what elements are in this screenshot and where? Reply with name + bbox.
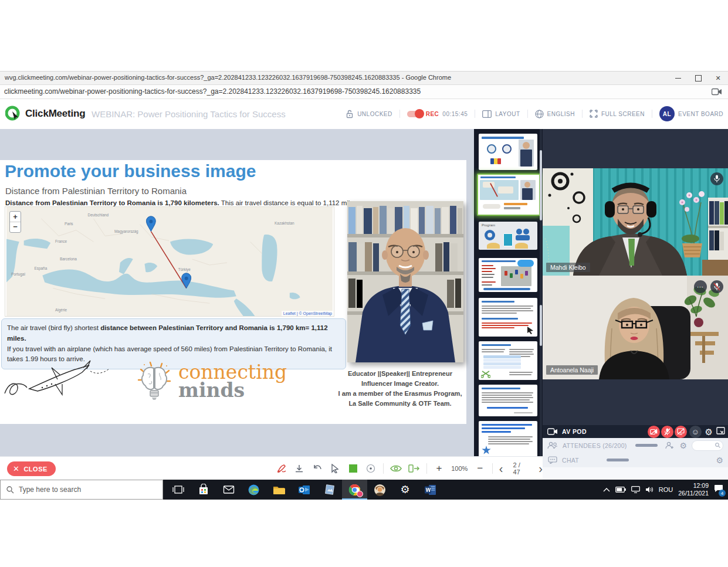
zoom-out-button[interactable]: − xyxy=(474,462,485,475)
leaflet-map[interactable]: Paris France Deutschland Magyarország Es… xyxy=(5,206,334,317)
windows-taskbar: Type here to search ⚙ xyxy=(0,480,728,500)
attendees-icon xyxy=(547,442,558,449)
search-placeholder: Type here to search xyxy=(19,485,81,494)
speaker1-mic-button[interactable] xyxy=(710,172,723,185)
minimize-button[interactable] xyxy=(668,72,688,84)
map-label: Algérie xyxy=(55,308,67,313)
travel-info-line1: The air travel (bird fly) shortest dista… xyxy=(7,323,340,344)
chat-pod-row[interactable]: CHAT ⚙ xyxy=(543,453,728,467)
notification-count: 4 xyxy=(719,490,726,497)
chat-settings-button[interactable]: ⚙ xyxy=(716,456,723,464)
action-center-button[interactable]: 4 xyxy=(714,484,723,495)
profile-app-button[interactable] xyxy=(367,480,392,500)
edge-icon xyxy=(248,484,260,496)
display-icon[interactable] xyxy=(631,486,640,493)
add-attendee-icon[interactable] xyxy=(665,442,675,449)
slide-thumbnail-1[interactable] xyxy=(479,134,537,170)
mail-button[interactable] xyxy=(216,480,241,500)
clickmeeting-logo[interactable]: ClickMeeting xyxy=(5,106,85,122)
chat-collapse-toggle[interactable] xyxy=(607,459,629,461)
attendees-collapse-toggle[interactable] xyxy=(635,444,658,447)
color-swatch-button[interactable] xyxy=(347,462,358,475)
speaker2-more-button[interactable]: ⋯ xyxy=(694,280,707,293)
attendees-search-input[interactable] xyxy=(692,440,723,451)
visibility-button[interactable] xyxy=(390,462,402,475)
unlocked-padlock-icon xyxy=(346,110,354,118)
word-button[interactable] xyxy=(418,480,443,500)
zoom-in-button[interactable]: + xyxy=(434,462,445,475)
outlook-button[interactable] xyxy=(292,480,317,500)
slide-thumbnail-7[interactable] xyxy=(479,385,537,416)
store-icon xyxy=(198,484,209,495)
url-bar[interactable]: clickmeeting.com/webinar-power-positioni… xyxy=(0,85,728,99)
pointer-tool-button[interactable] xyxy=(329,462,340,475)
map-zoom-out-button[interactable]: − xyxy=(10,222,21,232)
window-title: wvg.clickmeeting.com/webinar-power-posit… xyxy=(5,74,451,81)
volume-icon[interactable] xyxy=(645,486,653,493)
mic-muted-icon xyxy=(713,283,720,291)
slide-out-button[interactable] xyxy=(408,462,420,475)
outlook-icon xyxy=(298,484,310,495)
taskbar-search[interactable]: Type here to search xyxy=(0,480,163,500)
page-indicator: 2 / 47 xyxy=(513,461,529,476)
close-window-button[interactable]: ✕ xyxy=(708,72,728,84)
event-board-button[interactable]: AL EVENT BOARD xyxy=(659,106,723,121)
task-view-button[interactable] xyxy=(165,480,191,500)
settings-button[interactable]: ⚙ xyxy=(392,480,418,500)
layout-button[interactable]: LAYOUT xyxy=(482,110,520,118)
download-button[interactable] xyxy=(293,462,304,475)
emoji-status-button[interactable]: ☺ xyxy=(689,426,702,438)
slide-thumbnail-5[interactable] xyxy=(479,298,537,337)
video-feed-speaker2[interactable]: Antoanela Naaji ⋯ xyxy=(543,276,728,379)
map-attribution[interactable]: Leaflet | © OpenStreetMap xyxy=(282,311,334,316)
attendees-settings-button[interactable]: ⚙ xyxy=(679,442,687,450)
video-feed-speaker1[interactable]: Mahdi Kleibo xyxy=(543,168,728,276)
file-explorer-button[interactable] xyxy=(266,480,292,500)
thumbnails-scrollbar[interactable] xyxy=(540,129,542,456)
connecting-minds-logo: connecting minds xyxy=(136,360,287,403)
microsoft-store-button[interactable] xyxy=(191,480,216,500)
slide-title: Promote your business image xyxy=(5,161,256,181)
undo-button[interactable] xyxy=(311,462,323,475)
previous-slide-button[interactable]: ‹ xyxy=(499,463,503,474)
slide-thumbnail-3[interactable]: Program xyxy=(479,222,537,250)
laser-pointer-button[interactable] xyxy=(365,462,376,475)
file-explorer-icon xyxy=(273,485,285,495)
tray-chevron-icon[interactable] xyxy=(603,488,610,492)
attendees-pod-row[interactable]: ATTENDEES (26/200) ⚙ xyxy=(543,438,728,453)
screenshot: wvg.clickmeeting.com/webinar-power-posit… xyxy=(0,0,728,567)
draw-tool-button[interactable] xyxy=(276,462,287,475)
slide-thumbnail-8[interactable] xyxy=(479,421,537,456)
edge-button[interactable] xyxy=(241,480,266,500)
photos-button[interactable] xyxy=(317,480,342,500)
next-slide-button[interactable]: › xyxy=(539,463,543,474)
rec-toggle[interactable] xyxy=(407,111,422,117)
pop-out-icon xyxy=(716,427,725,434)
battery-icon[interactable] xyxy=(615,487,626,493)
more-options-icon: ⋯ xyxy=(697,284,704,290)
fullscreen-button[interactable]: FULL SCREEN xyxy=(590,110,645,118)
mic-off-button[interactable] xyxy=(661,426,673,438)
chat-label: CHAT xyxy=(562,457,579,464)
av-pod-settings-button[interactable]: ⚙ xyxy=(705,427,713,436)
input-language[interactable]: ROU xyxy=(659,486,673,493)
pop-out-pod-button[interactable] xyxy=(716,426,725,437)
close-button[interactable]: ✕ CLOSE xyxy=(7,461,56,476)
screen-share-off-button[interactable] xyxy=(675,426,687,438)
speaker2-mic-muted-button[interactable] xyxy=(710,280,723,293)
slide-thumbnail-6[interactable] xyxy=(479,341,537,380)
maximize-button[interactable] xyxy=(688,72,708,84)
slide-thumbnail-2-active[interactable] xyxy=(477,174,540,216)
map-zoom-in-button[interactable]: + xyxy=(10,212,21,222)
presentation-toolbar: ✕ CLOSE xyxy=(0,456,543,480)
clickmeeting-header: ClickMeeting WEBINAR: Power Positioning … xyxy=(0,99,728,129)
lock-status-button[interactable]: UNLOCKED xyxy=(346,110,392,118)
chrome-button-active[interactable] xyxy=(342,480,367,500)
recording-control[interactable]: REC 00:15:45 xyxy=(407,111,468,117)
slide-thumbnails-panel: Program xyxy=(474,129,543,456)
tray-clock[interactable]: 12:09 26/11/2021 xyxy=(678,482,709,497)
language-button[interactable]: ENGLISH xyxy=(535,110,575,118)
slide-thumbnail-4[interactable] xyxy=(479,258,537,292)
current-slide: Promote your business image Distance fro… xyxy=(0,160,466,424)
camera-off-button[interactable] xyxy=(648,426,660,438)
